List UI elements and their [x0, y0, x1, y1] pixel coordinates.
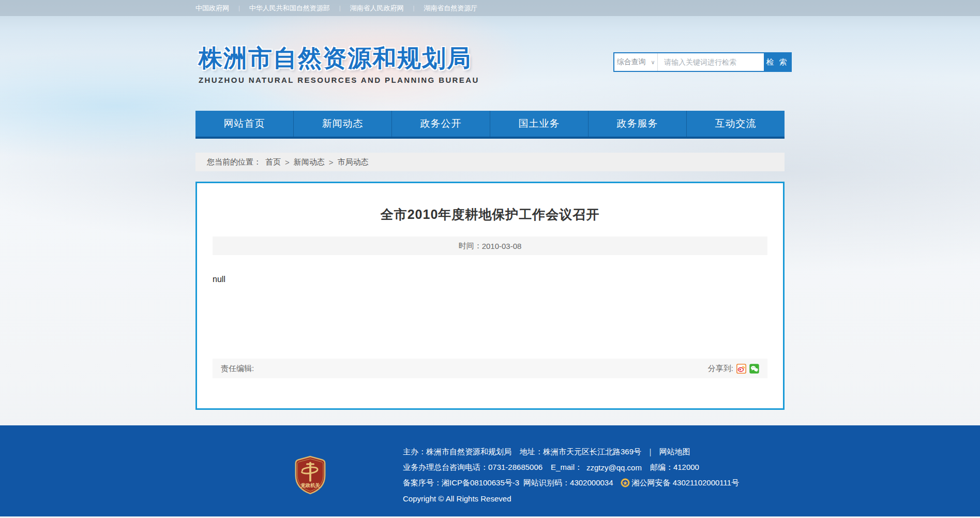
- share-label: 分享到:: [708, 364, 733, 374]
- nav-item-home[interactable]: 网站首页: [195, 111, 294, 137]
- party-gov-badge-icon: 党政机关: [294, 444, 327, 506]
- breadcrumb-news[interactable]: 新闻动态: [294, 157, 325, 167]
- search-input[interactable]: [658, 53, 764, 71]
- breadcrumb-label: 您当前的位置：: [207, 157, 261, 167]
- footer-text: 主办：株洲市自然资源和规划局 地址：株洲市天元区长江北路369号 ｜ 网站地图 …: [403, 444, 739, 506]
- footer-line-2: 业务办理总台咨询电话：0731-28685006 E_mail： zzgtzy@…: [403, 460, 739, 475]
- breadcrumb-home[interactable]: 首页: [265, 157, 281, 167]
- toplink-separator: ｜: [337, 4, 343, 12]
- nav-item-interaction[interactable]: 互动交流: [687, 111, 785, 137]
- footer-email-link[interactable]: zzgtzy@qq.com: [586, 463, 642, 472]
- site-title: 株洲市自然资源和规划局: [199, 45, 479, 71]
- footer-line-1: 主办：株洲市自然资源和规划局 地址：株洲市天元区长江北路369号 ｜ 网站地图: [403, 444, 739, 460]
- breadcrumb-separator: >: [285, 158, 290, 167]
- search-category-select[interactable]: 综合查询 ∨: [614, 53, 658, 71]
- nav-item-gov-service[interactable]: 政务服务: [589, 111, 687, 137]
- footer-separator: ｜: [646, 447, 654, 457]
- wechat-icon[interactable]: [749, 364, 759, 374]
- toplink-mnr[interactable]: 中华人民共和国自然资源部: [249, 4, 330, 13]
- nav-item-gov-info[interactable]: 政务公开: [392, 111, 490, 137]
- article-title: 全市2010年度耕地保护工作会议召开: [213, 206, 767, 223]
- search-category-label: 综合查询: [616, 57, 645, 67]
- top-links-bar: 中国政府网 ｜ 中华人民共和国自然资源部 ｜ 湖南省人民政府网 ｜ 湖南省自然资…: [0, 0, 980, 16]
- weibo-icon[interactable]: [736, 364, 746, 374]
- editor-bar: 责任编辑: 分享到:: [213, 359, 767, 378]
- site-header: 株洲市自然资源和规划局 ZHUZHOU NATURAL RESOURCES AN…: [0, 16, 980, 111]
- site-subtitle-en: ZHUZHOU NATURAL RESOURCES AND PLANNING B…: [199, 76, 479, 84]
- toplink-hunan-gov[interactable]: 湖南省人民政府网: [350, 4, 404, 13]
- footer-zip: 邮编：412000: [650, 463, 699, 472]
- time-label: 时间：: [459, 241, 482, 251]
- footer-line-4: Copyright © All Rights Reseved: [403, 491, 739, 506]
- footer-sitemap-link[interactable]: 网站地图: [659, 447, 690, 457]
- article-wrap: 全市2010年度耕地保护工作会议召开 时间： 2010-03-08 null 责…: [0, 182, 980, 410]
- site-brand: 株洲市自然资源和规划局 ZHUZHOU NATURAL RESOURCES AN…: [199, 45, 479, 84]
- toplink-china-gov[interactable]: 中国政府网: [195, 4, 229, 13]
- site-footer: 党政机关 主办：株洲市自然资源和规划局 地址：株洲市天元区长江北路369号 ｜ …: [0, 425, 980, 516]
- toplink-separator: ｜: [411, 4, 417, 12]
- editor-label: 责任编辑:: [221, 364, 254, 374]
- footer-line-3: 备案序号：湘ICP备08100635号-3 网站识别码：4302000034 湘…: [403, 475, 739, 491]
- nav-item-news[interactable]: 新闻动态: [294, 111, 392, 137]
- search-button[interactable]: 检 索: [764, 53, 791, 71]
- search-bar: 综合查询 ∨ 检 索: [613, 52, 792, 72]
- toplink-hunan-nr[interactable]: 湖南省自然资源厅: [424, 4, 477, 13]
- footer-address: 地址：株洲市天元区长江北路369号: [520, 447, 641, 457]
- article-box: 全市2010年度耕地保护工作会议召开 时间： 2010-03-08 null 责…: [195, 182, 785, 410]
- time-value: 2010-03-08: [482, 242, 522, 250]
- party-gov-badge-label: 党政机关: [300, 482, 320, 488]
- breadcrumb: 您当前的位置： 首页 > 新闻动态 > 市局动态: [195, 153, 785, 171]
- article-time-bar: 时间： 2010-03-08: [213, 236, 767, 255]
- article-body: null: [213, 275, 767, 284]
- breadcrumb-current: 市局动态: [338, 157, 369, 167]
- footer-host: 主办：株洲市自然资源和规划局: [403, 447, 511, 457]
- main-nav: 网站首页 新闻动态 政务公开 国土业务 政务服务 互动交流: [195, 111, 785, 139]
- breadcrumb-separator: >: [329, 158, 334, 167]
- footer-copyright: Copyright © All Rights Reseved: [403, 494, 511, 503]
- breadcrumb-wrap: 您当前的位置： 首页 > 新闻动态 > 市局动态: [0, 153, 980, 171]
- footer-phone: 业务办理总台咨询电话：0731-28685006: [403, 463, 542, 472]
- police-badge-icon: [621, 478, 630, 487]
- footer-police-link[interactable]: 湘公网安备 43021102000111号: [632, 478, 740, 488]
- chevron-down-icon: ∨: [651, 59, 655, 66]
- toplink-separator: ｜: [236, 4, 242, 12]
- nav-item-land-business[interactable]: 国土业务: [490, 111, 589, 137]
- footer-icp: 备案序号：湘ICP备08100635号-3: [403, 478, 519, 488]
- main-nav-wrap: 网站首页 新闻动态 政务公开 国土业务 政务服务 互动交流: [0, 111, 980, 139]
- footer-site-id: 网站识别码：4302000034: [523, 478, 613, 488]
- footer-email-label: E_mail：: [551, 463, 582, 472]
